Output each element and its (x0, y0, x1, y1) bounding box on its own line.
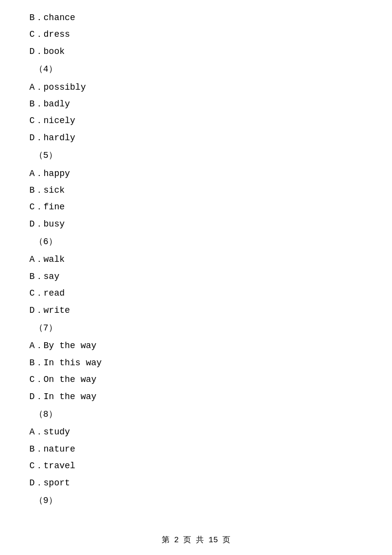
option-d-write: D．write (29, 303, 363, 318)
option-b-sick: B．sick (29, 182, 363, 198)
option-c-read: C．read (29, 285, 363, 301)
option-c-travel: C．travel (29, 458, 363, 474)
question-6-label: （6） (34, 234, 363, 250)
option-d-in-the-way: D．In the way (29, 389, 363, 404)
option-a-possibly: A．possibly (29, 79, 363, 95)
option-a-by-the-way: A．By the way (29, 338, 363, 353)
option-d-busy: D．busy (29, 216, 363, 232)
option-b-in-this-way: B．In this way (29, 355, 363, 371)
option-d-book: D．book (29, 44, 363, 59)
option-b-chance: B．chance (29, 10, 363, 25)
question-7-label: （7） (34, 320, 363, 336)
option-b-nature: B．nature (29, 441, 363, 457)
question-8-label: （8） (34, 406, 363, 422)
main-content: B．chance C．dress D．book （4） A．possibly B… (0, 0, 392, 540)
question-5-label: （5） (34, 148, 363, 163)
option-c-fine: C．fine (29, 199, 363, 215)
option-c-nicely: C．nicely (29, 113, 363, 128)
option-a-happy: A．happy (29, 166, 363, 181)
option-c-dress: C．dress (29, 26, 363, 42)
option-b-say: B．say (29, 269, 363, 284)
option-c-on-the-way: C．On the way (29, 372, 363, 387)
question-9-label: （9） (34, 493, 363, 508)
question-4-label: （4） (34, 61, 363, 77)
option-d-sport: D．sport (29, 475, 363, 491)
option-d-hardly: D．hardly (29, 130, 363, 146)
option-a-walk: A．walk (29, 252, 363, 267)
page-footer: 第 2 页 共 15 页 (0, 535, 392, 545)
option-b-badly: B．badly (29, 96, 363, 112)
option-a-study: A．study (29, 424, 363, 440)
